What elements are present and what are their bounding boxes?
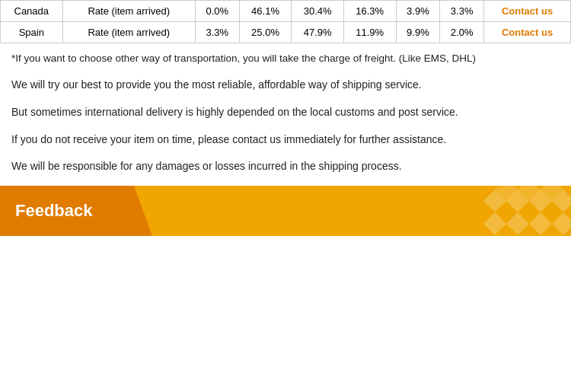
col5-cell: 3.9% — [396, 1, 440, 22]
contact-link[interactable]: Contact us — [502, 5, 553, 17]
table-wrapper: Canada Rate (item arrived) 0.0% 46.1% 30… — [0, 0, 571, 43]
feedback-label: Feedback — [15, 201, 93, 221]
col4-cell: 16.3% — [343, 1, 396, 22]
note-text: *If you want to choose other way of tran… — [11, 51, 560, 66]
table-row: Spain Rate (item arrived) 3.3% 25.0% 47.… — [1, 22, 571, 43]
svg-marker-6 — [529, 212, 552, 235]
svg-marker-4 — [483, 212, 506, 235]
col5-cell: 9.9% — [396, 22, 440, 43]
rate-label-cell: Rate (item arrived) — [62, 1, 195, 22]
para1: We will try our best to provide you the … — [11, 77, 560, 94]
para2: But sometimes international delivery is … — [11, 104, 560, 121]
rate-label-cell: Rate (item arrived) — [62, 22, 195, 43]
col2-cell: 25.0% — [239, 22, 292, 43]
para4: We will be responsible for any damages o… — [11, 158, 560, 175]
col1-cell: 0.0% — [195, 1, 239, 22]
col3-cell: 30.4% — [292, 1, 344, 22]
contact-link[interactable]: Contact us — [502, 27, 553, 38]
col4-cell: 11.9% — [343, 22, 396, 43]
feedback-pattern — [480, 186, 571, 236]
country-cell: Canada — [1, 1, 63, 22]
table-row: Canada Rate (item arrived) 0.0% 46.1% 30… — [1, 1, 571, 22]
svg-marker-7 — [552, 212, 571, 235]
col6-cell: 2.0% — [440, 22, 484, 43]
feedback-tab[interactable]: Feedback — [0, 186, 152, 236]
col6-cell: 3.3% — [440, 1, 484, 22]
content-area: *If you want to choose other way of tran… — [0, 43, 571, 175]
svg-marker-5 — [506, 212, 529, 235]
shipping-table: Canada Rate (item arrived) 0.0% 46.1% 30… — [0, 0, 571, 43]
para3: If you do not receive your item on time,… — [11, 132, 560, 148]
col1-cell: 3.3% — [195, 22, 239, 43]
contact-cell[interactable]: Contact us — [484, 22, 571, 43]
contact-cell[interactable]: Contact us — [484, 1, 571, 22]
col3-cell: 47.9% — [292, 22, 344, 43]
country-cell: Spain — [1, 22, 63, 43]
main-container: Canada Rate (item arrived) 0.0% 46.1% 30… — [0, 0, 571, 236]
feedback-banner: Feedback — [0, 186, 571, 236]
col2-cell: 46.1% — [239, 1, 292, 22]
